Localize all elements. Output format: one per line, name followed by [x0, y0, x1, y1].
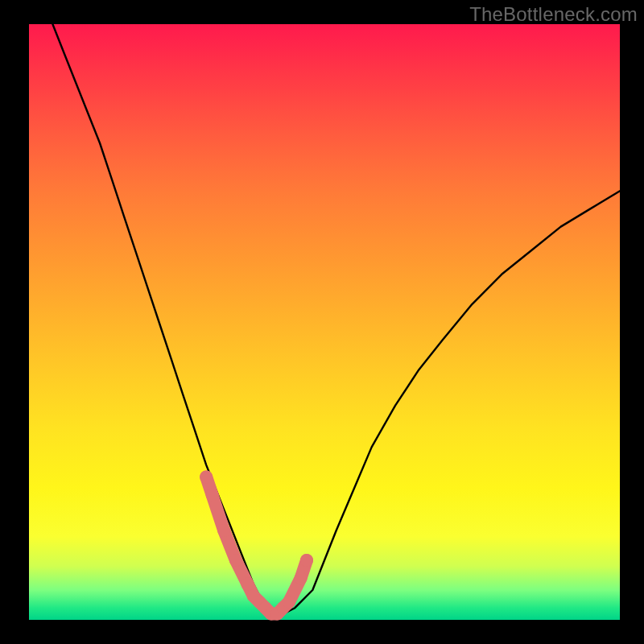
- valley-marker: [206, 489, 219, 502]
- valley-marker: [300, 554, 313, 567]
- valley-marker: [283, 596, 295, 609]
- valley-marker: [200, 470, 213, 483]
- valley-marker: [229, 554, 242, 567]
- watermark-text: TheBottleneck.com: [469, 3, 638, 26]
- plot-area: [29, 24, 620, 620]
- bottleneck-curve: [52, 24, 620, 614]
- valley-marker: [242, 578, 254, 591]
- curve-svg: [29, 24, 620, 620]
- valley-marker: [295, 572, 308, 584]
- valley-marker: [217, 524, 230, 537]
- chart-frame: TheBottleneck.com: [0, 0, 644, 644]
